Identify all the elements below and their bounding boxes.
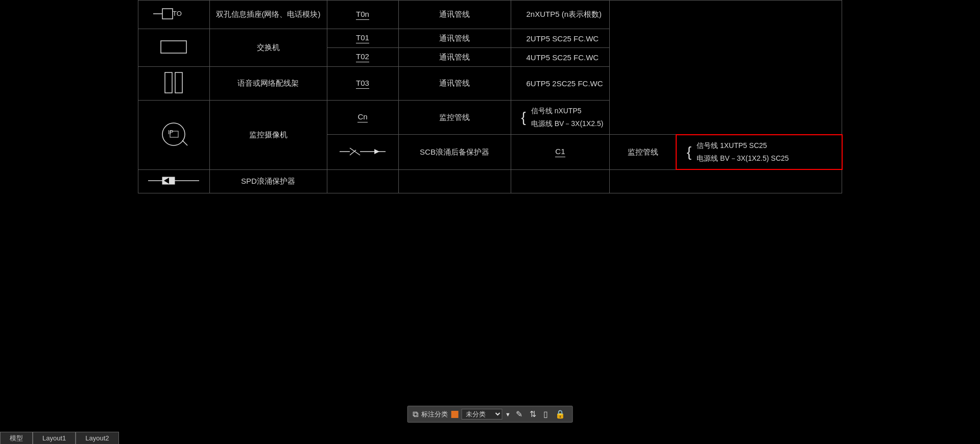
device-name: 语音或网络配线架 [237, 79, 299, 87]
main-content: TO 双孔信息插座(网络、电话模块) T0n 通讯管线 2nXUTP5 (n表示… [0, 0, 980, 444]
spec-cell: 2nXUTP5 (n表示根数) [511, 1, 610, 29]
code-cell: Cn [327, 101, 398, 135]
table-row: SPD浪涌保护器 [138, 169, 842, 193]
code-cell: T02 [327, 48, 398, 67]
spd-symbol-cell [138, 169, 209, 193]
svg-rect-3 [161, 41, 186, 53]
table-row: IP 监控摄像机 Cn 监控管线 [138, 101, 842, 135]
spec-text: 4UTP5 SC25 FC.WC [527, 53, 599, 62]
spec-lines: 信号线 nXUTP5 电源线 BV－3X(1X2.5) [531, 105, 604, 130]
spec-lines: 信号线 1XUTP5 SC25 电源线 BV－3X(1X2.5) SC25 [697, 139, 789, 165]
svg-text:IP: IP [168, 129, 173, 135]
spec-brace-cell: { 信号线 nXUTP5 电源线 BV－3X(1X2.5) [511, 101, 610, 135]
cn-code: Cn [355, 112, 369, 122]
svg-line-12 [350, 150, 356, 155]
spec-text: 2nXUTP5 (n表示根数) [527, 10, 602, 18]
spec-line1: 信号线 1XUTP5 SC25 [697, 141, 767, 150]
line-type: 监控管线 [439, 113, 470, 121]
edit-button[interactable]: ✎ [514, 408, 524, 420]
tab-model[interactable]: 模型 [0, 432, 33, 444]
scb-name-cell: SCB浪涌后备保护器 [398, 135, 511, 169]
line-type: 通讯管线 [439, 34, 470, 42]
spec-cell: 2UTP5 SC25 FC.WC [511, 29, 610, 48]
symbol-cell: TO [138, 1, 209, 29]
code-cell: T01 [327, 29, 398, 48]
type-cell-empty [398, 169, 511, 193]
line-type: 监控管线 [628, 147, 658, 156]
code-text: T02 [356, 52, 369, 61]
code-text: Cn [357, 112, 367, 121]
type-cell: 通讯管线 [398, 29, 511, 48]
svg-text:TO: TO [173, 10, 182, 17]
classify-label: 标注分类 [421, 410, 448, 419]
tab-label: Layout2 [85, 434, 109, 442]
camera-symbol: IP [156, 119, 192, 150]
code-text: C1 [555, 147, 565, 156]
link-button[interactable]: ⇅ [528, 408, 538, 420]
code-cell-empty [327, 169, 398, 193]
switch-name-cell: 交换机 [209, 29, 327, 67]
svg-line-8 [182, 140, 187, 145]
device-name: 交换机 [257, 43, 280, 52]
device-name: 双孔信息插座(网络、电话模块) [216, 10, 321, 18]
brace-char: { [687, 144, 691, 160]
spec-brace-highlighted-cell: { 信号线 1XUTP5 SC25 电源线 BV－3X(1X2.5) SC25 [676, 135, 842, 169]
spec-cell: 6UTP5 2SC25 FC.WC [511, 67, 610, 101]
spec-text: 6UTP5 2SC25 FC.WC [527, 79, 603, 88]
spd-name-cell: SPD浪涌保护器 [209, 169, 327, 193]
tab-label: 模型 [10, 434, 23, 443]
color-indicator [451, 411, 458, 418]
spec-cell-empty [511, 169, 610, 193]
spec-text: 2UTP5 SC25 FC.WC [527, 34, 599, 43]
code-text: T03 [356, 79, 369, 87]
spd-symbol [148, 173, 199, 188]
type-cell: 监控管线 [398, 101, 511, 135]
table-container: TO 双孔信息插座(网络、电话模块) T0n 通讯管线 2nXUTP5 (n表示… [138, 0, 843, 193]
tabs-bar: 模型 Layout1 Layout2 [0, 431, 119, 444]
t01-code: T01 [354, 33, 371, 43]
spec-line2: 电源线 BV－3X(1X2.5) SC25 [697, 154, 789, 162]
dropdown-arrow[interactable]: ▼ [505, 411, 511, 417]
classify-dropdown[interactable]: 未分类 [461, 409, 502, 420]
ton-code: T0n [354, 10, 371, 20]
lock-button[interactable]: 🔒 [553, 408, 567, 420]
code-text: T01 [356, 33, 369, 42]
type-cell: 通讯管线 [398, 48, 511, 67]
spec-line1: 信号线 nXUTP5 [531, 107, 582, 115]
legend-table: TO 双孔信息插座(网络、电话模块) T0n 通讯管线 2nXUTP5 (n表示… [138, 0, 843, 193]
patch-panel-name-cell: 语音或网络配线架 [209, 67, 327, 101]
spec-line2: 电源线 BV－3X(1X2.5) [531, 119, 604, 128]
patch-panel-symbol [156, 70, 192, 95]
type-cell: 通讯管线 [398, 1, 511, 29]
c1-code: C1 [553, 147, 567, 157]
t03-code: T03 [354, 79, 371, 89]
line-type: 通讯管线 [439, 79, 470, 87]
type-cell: 监控管线 [610, 135, 676, 169]
tab-layout1[interactable]: Layout1 [33, 432, 76, 444]
svg-rect-5 [175, 72, 182, 93]
device-name: SPD浪涌保护器 [241, 177, 295, 185]
table-row: 语音或网络配线架 T03 通讯管线 6UTP5 2SC25 FC.WC [138, 67, 842, 101]
code-text: T0n [356, 10, 369, 18]
tab-layout2[interactable]: Layout2 [76, 432, 118, 444]
svg-rect-4 [165, 72, 172, 93]
copy-button[interactable]: ▯ [541, 408, 550, 420]
code-cell: C1 [511, 135, 610, 169]
classify-icon: ⧉ [413, 410, 418, 419]
tab-label: Layout1 [42, 434, 66, 442]
device-name-cell: 双孔信息插座(网络、电话模块) [209, 1, 327, 29]
line-type: 通讯管线 [439, 10, 470, 18]
scb-symbol-cell [327, 135, 398, 169]
table-row: 交换机 T01 通讯管线 2UTP5 SC25 FC.WC [138, 29, 842, 48]
spec-cell: 4UTP5 SC25 FC.WC [511, 48, 610, 67]
table-row: TO 双孔信息插座(网络、电话模块) T0n 通讯管线 2nXUTP5 (n表示… [138, 1, 842, 29]
t02-code: T02 [354, 52, 371, 62]
device-name: 监控摄像机 [249, 130, 288, 139]
svg-point-6 [162, 123, 185, 145]
brace-char: { [521, 109, 526, 125]
bottom-toolbar: ⧉ 标注分类 未分类 ▼ ✎ ⇅ ▯ 🔒 [407, 406, 573, 423]
camera-symbol-cell: IP [138, 101, 209, 170]
to-symbol: TO [153, 4, 194, 24]
code-cell: T0n [327, 1, 398, 29]
code-cell: T03 [327, 67, 398, 101]
